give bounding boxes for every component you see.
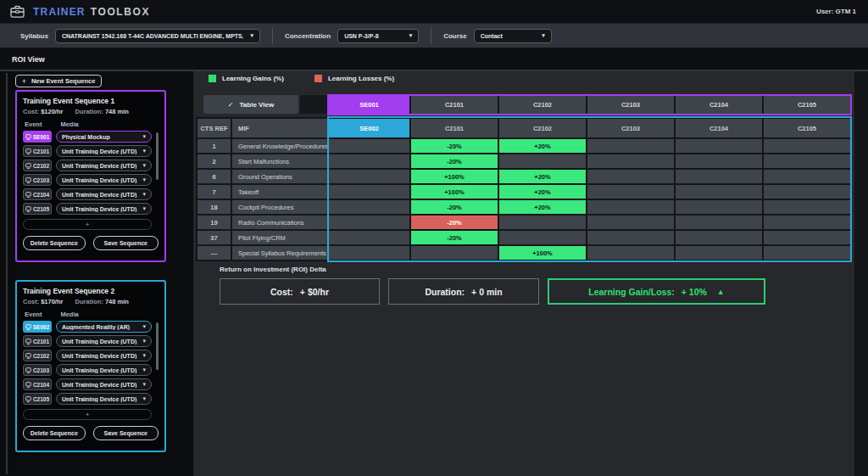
duration-value: 748 min — [105, 298, 129, 305]
event-badge-C2104[interactable]: C2104 — [23, 188, 52, 200]
concentration-select[interactable]: USN P-3/P-8 ▾ — [337, 29, 419, 43]
new-event-sequence-button[interactable]: + New Event Sequence — [15, 75, 102, 87]
media-select-C2101[interactable]: Unit Training Device (UTD) ▾ — [56, 335, 152, 347]
legend: Learning Gains (%) Learning Losses (%) — [209, 75, 394, 82]
event-row-C2105: C2105 Unit Training Device (UTD) ▾ — [23, 203, 159, 215]
seq1-column-C2101: C2101 — [411, 96, 498, 114]
legend-gains: Learning Gains (%) — [209, 75, 284, 82]
event-badge-C2105[interactable]: C2105 — [23, 203, 52, 215]
delta-cell — [764, 246, 850, 260]
delta-cell — [587, 170, 674, 183]
event-badge-C2103[interactable]: C2103 — [23, 364, 52, 376]
seq2-column-C2102: C2102 — [499, 119, 586, 137]
delta-cell: +20% — [499, 200, 586, 214]
event-badge-C2102[interactable]: C2102 — [23, 350, 52, 361]
event-badge-C2103[interactable]: C2103 — [23, 174, 52, 186]
losses-label: Learning Losses (%) — [328, 75, 394, 82]
cost-delta-label: Cost: — [270, 287, 293, 297]
event-badge-SE001[interactable]: SE001 — [23, 131, 52, 143]
add-event-button[interactable]: + — [23, 409, 152, 420]
media-select-C2103[interactable]: Unit Training Device (UTD) ▾ — [56, 364, 152, 376]
sequence1-header-row: SE001C2101C2102C2103C2104C2105 — [327, 94, 852, 115]
plus-icon: + — [22, 77, 26, 86]
event-column-header: Event — [25, 311, 42, 318]
tab-table-view[interactable]: ✓ Table View — [203, 95, 298, 114]
mif-header: MIF — [232, 119, 327, 137]
event-code: C2104 — [33, 382, 49, 388]
sequence-scrollbar[interactable] — [156, 322, 159, 370]
chevron-down-icon: ▾ — [142, 176, 146, 183]
delta-cell — [676, 154, 762, 168]
roi-table: CTS REFMIFSE002C2101C2102C2103C2104C2105… — [196, 117, 852, 261]
media-select-C2102[interactable]: Unit Training Device (UTD) ▾ — [56, 350, 152, 361]
cts-ref-value: 2 — [198, 154, 231, 168]
media-value: Unit Training Device (UTD) — [62, 206, 142, 212]
media-select-SE002[interactable]: Augmented Reality (AR) ▾ — [56, 321, 152, 333]
media-value: Physical Mockup — [62, 134, 142, 140]
cts-ref-value: 6 — [198, 170, 231, 183]
media-select-C2105[interactable]: Unit Training Device (UTD) ▾ — [56, 203, 152, 215]
event-badge-C2104[interactable]: C2104 — [23, 378, 52, 390]
media-select-C2104[interactable]: Unit Training Device (UTD) ▾ — [56, 188, 152, 200]
delta-cell — [676, 200, 762, 214]
syllabus-select[interactable]: CNATRAINST 1542.168 T-44C ADVANCED MULTI… — [55, 29, 260, 43]
titlebar: TRAINERTOOLBOX User: GTM 1 — [0, 0, 868, 24]
delta-cell — [329, 170, 409, 183]
cost-value: $170/hr — [41, 298, 63, 305]
divider — [431, 27, 431, 44]
event-code: C2105 — [33, 396, 49, 402]
add-event-button[interactable]: + — [23, 219, 152, 230]
delta-cell — [587, 185, 674, 199]
mif-value: Special Syllabus Requirements — [232, 246, 327, 260]
event-badge-C2102[interactable]: C2102 — [23, 160, 52, 171]
syllabus-value: CNATRAINST 1542.168 T-44C ADVANCED MULTI… — [62, 33, 243, 39]
media-select-C2105[interactable]: Unit Training Device (UTD) ▾ — [56, 393, 152, 405]
event-code: C2102 — [33, 353, 49, 359]
sequence-panel-1: Training Event Sequence 1 Cost:$120/hr D… — [15, 90, 166, 262]
event-badge-C2101[interactable]: C2101 — [23, 145, 52, 157]
event-row-C2102: C2102 Unit Training Device (UTD) ▾ — [23, 160, 159, 171]
media-select-C2104[interactable]: Unit Training Device (UTD) ▾ — [56, 378, 152, 390]
event-row-C2102: C2102 Unit Training Device (UTD) ▾ — [23, 350, 159, 361]
cts-ref-value: 7 — [198, 185, 231, 199]
roi-view-bar: ROI View — [0, 48, 868, 71]
delta-cell — [764, 200, 850, 214]
chevron-down-icon: ▾ — [409, 32, 413, 39]
sequence-scrollbar[interactable] — [156, 132, 159, 180]
sequence-meta: Cost:$120/hr Duration:748 min — [23, 108, 159, 115]
event-code: C2102 — [33, 163, 49, 169]
sequence-actions: Delete Sequence Save Sequence — [23, 236, 159, 250]
delta-cell — [676, 231, 762, 244]
sequence-title: Training Event Sequence 1 — [23, 97, 159, 105]
brand-primary: TRAINER — [33, 6, 86, 18]
delta-cell — [499, 231, 586, 244]
cost-label: Cost: — [23, 108, 39, 115]
delta-cell — [499, 154, 586, 168]
cts-ref-value: 1 — [198, 139, 231, 153]
media-select-C2102[interactable]: Unit Training Device (UTD) ▾ — [56, 160, 152, 171]
event-badge-C2105[interactable]: C2105 — [23, 393, 52, 405]
sequence-meta: Cost:$170/hr Duration:748 min — [23, 298, 159, 305]
course-select[interactable]: Contact ▾ — [474, 29, 552, 43]
delete-sequence-button[interactable]: Delete Sequence — [23, 236, 86, 250]
save-sequence-button[interactable]: Save Sequence — [93, 426, 159, 440]
delta-cell — [676, 216, 762, 229]
event-row-SE002: SE002 Augmented Reality (AR) ▾ — [23, 321, 159, 333]
save-sequence-button[interactable]: Save Sequence — [93, 236, 159, 250]
event-media-icon — [25, 177, 31, 183]
concentration-value: USN P-3/P-8 — [344, 33, 402, 39]
media-select-SE001[interactable]: Physical Mockup ▾ — [56, 131, 152, 143]
media-select-C2101[interactable]: Unit Training Device (UTD) ▾ — [56, 145, 152, 157]
sidebar-scrollbar[interactable] — [6, 73, 8, 474]
event-badge-C2101[interactable]: C2101 — [23, 335, 52, 347]
duration-value: 748 min — [105, 108, 129, 115]
seq2-column-C2105: C2105 — [764, 119, 850, 137]
event-row-C2101: C2101 Unit Training Device (UTD) ▾ — [23, 145, 159, 157]
event-badge-SE002[interactable]: SE002 — [23, 321, 52, 333]
event-media-icon — [25, 134, 31, 140]
delete-sequence-button[interactable]: Delete Sequence — [23, 426, 86, 440]
delta-cell — [329, 139, 409, 153]
media-select-C2103[interactable]: Unit Training Device (UTD) ▾ — [56, 174, 152, 186]
chevron-down-icon: ▾ — [142, 205, 146, 212]
event-list: SE002 Augmented Reality (AR) ▾ C2101 Uni… — [23, 321, 159, 405]
